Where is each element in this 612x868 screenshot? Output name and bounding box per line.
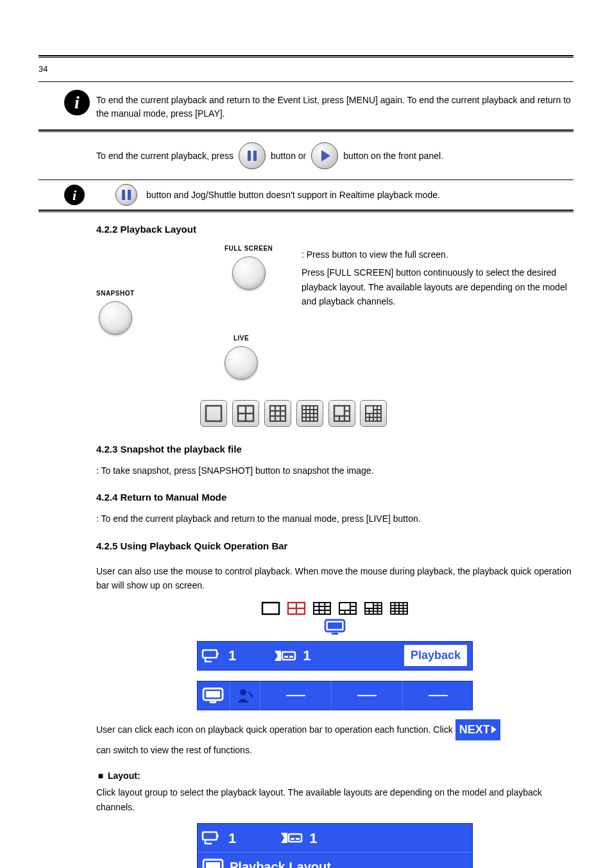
- pause-button-inline-2: [115, 184, 137, 206]
- svg-rect-78: [296, 838, 300, 840]
- svg-point-74: [216, 835, 219, 837]
- end-playback-line: To end the current playback, press butto…: [38, 136, 574, 176]
- layout-btn-1x1: [200, 400, 227, 427]
- top-thin-rule: [38, 81, 574, 82]
- layout-btn-1plus7: [328, 400, 355, 427]
- next-badge: NEXT: [455, 719, 500, 740]
- mini-1plus7-icon: [338, 601, 357, 615]
- quick-para2-text1: User can click each icon on playback qui…: [96, 722, 453, 737]
- info-icon: i: [64, 185, 85, 205]
- top-double-rule: [38, 55, 574, 58]
- svg-rect-67: [284, 656, 288, 658]
- layout-bullet-1: ■ Layout: Click layout group to select t…: [96, 769, 574, 814]
- section-divider-1: [38, 129, 574, 132]
- mini-1x1-icon: [261, 601, 280, 615]
- monitor-icon: [201, 858, 225, 868]
- live-button: [225, 346, 258, 380]
- page-number: 34: [38, 62, 574, 78]
- svg-rect-34: [314, 603, 330, 614]
- section-divider-3: [38, 210, 574, 212]
- camera-icon: [201, 830, 223, 846]
- info-note-pause-text: button and Jog/Shuttle button doesn't su…: [146, 188, 574, 202]
- heading-4-2-3: 4.2.3 Snapshot the playback file: [38, 436, 574, 457]
- svg-rect-40: [339, 603, 350, 610]
- quick-para1: User can also use the mouse to control p…: [96, 564, 574, 593]
- hdd-number: 1: [309, 827, 317, 849]
- pause-button-inline: [239, 142, 266, 169]
- playback-desc: Press [FULL SCREEN] button continuously …: [302, 265, 574, 308]
- svg-rect-73: [203, 832, 217, 840]
- mini-3x3-icon: [312, 601, 332, 615]
- user-icon: [235, 687, 255, 704]
- playback-pill: Playback: [403, 644, 468, 667]
- playback-layout-osd: 1 1 Playback Layout: [197, 823, 473, 868]
- svg-rect-30: [262, 603, 279, 614]
- end-playback-text-end: button on the front panel.: [343, 149, 443, 163]
- heading-4-2-4: 4.2.4 Return to Manual Mode: [38, 484, 574, 505]
- info-note-eventlist: i To end the current playback and return…: [38, 86, 574, 126]
- snapshot-body: : To take snapshot, press [SNAPSHOT] but…: [38, 457, 574, 484]
- mini-layout-row: [96, 597, 574, 618]
- hdd-number: 1: [303, 644, 310, 667]
- svg-rect-61: [328, 622, 342, 629]
- svg-rect-0: [206, 406, 221, 421]
- fullscreen-button: [232, 256, 266, 290]
- svg-marker-75: [281, 833, 287, 843]
- svg-rect-4: [270, 406, 285, 421]
- svg-rect-70: [206, 691, 220, 697]
- fullscreen-label: FULL SCREEN: [225, 244, 273, 254]
- quick-para2-text2: can switch to view the rest of functions…: [96, 743, 252, 757]
- layout-btn-2x2: [232, 400, 259, 427]
- heading-4-2-5: 4.2.5 Using Playback Quick Operation Bar: [38, 533, 574, 554]
- camera-icon: [201, 647, 223, 664]
- svg-rect-71: [210, 701, 216, 703]
- snapshot-button: [99, 301, 132, 335]
- playback-layout-body: FULL SCREEN SNAPSHOT LIVE : Press button…: [38, 237, 574, 391]
- svg-rect-63: [203, 650, 217, 658]
- layout-label: Layout:: [108, 769, 140, 783]
- layout-btn-3x3: [264, 400, 291, 427]
- camera-number: 1: [228, 644, 236, 667]
- snapshot-label: SNAPSHOT: [96, 288, 135, 299]
- mini-monitor-row: [96, 618, 574, 636]
- svg-rect-62: [332, 633, 338, 635]
- live-body: : To end the current playback and return…: [38, 505, 574, 532]
- heading-4-2-2: 4.2.2 Playback Layout: [38, 216, 574, 237]
- info-icon: i: [64, 90, 90, 115]
- pause-icon: [248, 151, 257, 161]
- playback-layout-caption: Playback Layout: [230, 856, 331, 868]
- svg-rect-80: [206, 862, 220, 868]
- layout-btn-1plus12: [360, 400, 387, 427]
- layout-desc: Click layout group to select the playbac…: [96, 785, 574, 814]
- svg-rect-17: [334, 406, 344, 416]
- svg-rect-39: [339, 603, 356, 614]
- hdd-icon: [278, 830, 304, 846]
- info-note-eventlist-text: To end the current playback and return t…: [96, 90, 574, 121]
- section-divider-2: [38, 179, 574, 180]
- svg-marker-65: [275, 651, 281, 661]
- svg-rect-46: [365, 603, 373, 608]
- mini-2x2-icon: [287, 601, 306, 615]
- camera-number: 1: [228, 827, 236, 849]
- monitor-icon: [323, 618, 346, 636]
- fullscreen-desc: : Press button to view the full screen.: [302, 247, 574, 262]
- play-button-inline: [311, 142, 338, 169]
- svg-rect-68: [289, 656, 293, 658]
- svg-rect-77: [291, 838, 294, 840]
- svg-point-64: [216, 653, 219, 655]
- svg-rect-16: [334, 406, 350, 421]
- play-icon: [321, 150, 330, 162]
- next-label: NEXT: [459, 721, 490, 739]
- chevron-right-icon: [491, 726, 497, 733]
- quick-osd-panel-2: [197, 681, 473, 710]
- svg-rect-23: [366, 406, 373, 413]
- info-note-pause: i button and Jog/Shuttle button doesn't …: [38, 184, 574, 206]
- end-playback-text-mid: button or: [271, 149, 306, 163]
- layout-grid-buttons-row1: [199, 397, 574, 430]
- svg-point-72: [240, 689, 246, 696]
- hdd-icon: [272, 648, 298, 664]
- live-label: LIVE: [234, 333, 249, 344]
- quick-body: User can also use the mouse to control p…: [38, 554, 574, 868]
- mini-4x4-icon: [389, 601, 409, 615]
- monitor-icon: [201, 687, 225, 705]
